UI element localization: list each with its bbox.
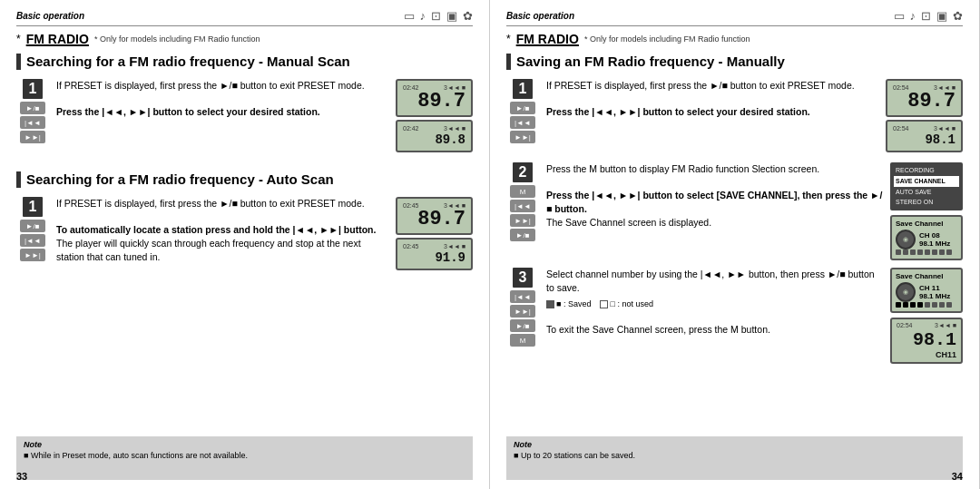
saving-heading: Saving an FM Radio frequency - Manually (506, 54, 963, 70)
settings-icon-r: ✿ (953, 9, 963, 23)
lcd2-status: 3◄◄ ■ (444, 125, 466, 132)
auto-prev-btn[interactable]: |◄◄ (20, 234, 45, 247)
ch-num1: CH 08 (919, 231, 950, 240)
note-right: Note Up to 20 stations can be saved. (506, 436, 963, 480)
saving-prev-btn[interactable]: |◄◄ (510, 116, 535, 129)
auto-lcd2: 02:45 3◄◄ ■ 91.9 (396, 238, 473, 270)
auto-step-num-1: 1 (23, 197, 43, 217)
manual-text2: Press the |◄◄, ►►| button to select your… (56, 106, 320, 117)
video-icon-r: ⊡ (921, 9, 931, 23)
music-icon: ♪ (420, 9, 426, 23)
note-left: Note While in Preset mode, auto scan fun… (16, 436, 473, 480)
saving-m-btn3[interactable]: M (510, 334, 535, 347)
saving-prev-btn2[interactable]: |◄◄ (510, 200, 535, 212)
not-used-label: □ : not used (600, 298, 652, 310)
ch-icon-row2: ◉ CH 11 98.1 MHz (896, 282, 957, 302)
dot2 (903, 249, 908, 255)
top-bar-left: Basic operation ▭ ♪ ⊡ ▣ ✿ (16, 9, 473, 26)
auto-play-pause-btn[interactable]: ►/■ (20, 220, 45, 232)
folder-icon-r: ▭ (894, 9, 905, 23)
dot1 (896, 249, 901, 255)
fm-star-right: * (506, 33, 511, 45)
note-title-left: Note (24, 440, 466, 449)
dot-a2 (903, 302, 908, 308)
manual-scan-section: Searching for a FM radio frequency - Man… (16, 54, 473, 162)
auto-lcd2-top: 02:45 3◄◄ ■ (403, 243, 466, 249)
saving-prev-btn3[interactable]: |◄◄ (510, 290, 535, 303)
manual-lcd2: 02:42 3◄◄ ■ 89.8 (396, 120, 473, 152)
step-num-1: 1 (23, 79, 43, 99)
step3-text2: To exit the Save Channel screen, press t… (546, 324, 770, 335)
settings-icon: ✿ (463, 9, 473, 23)
saving-lcd2-freq: 98.1 (893, 132, 956, 147)
btn-group-auto: ►/■ |◄◄ ►►| (20, 220, 45, 261)
dot-b4 (946, 302, 952, 308)
lcd2-time: 02:42 (403, 125, 419, 132)
next-btn[interactable]: ►►| (20, 131, 45, 143)
saving-play-btn[interactable]: ►/■ (510, 102, 535, 114)
ch11-lcd-time: 02:54 (897, 322, 913, 328)
saving-step3-right: Save Channel ◉ CH 11 98.1 MHz (890, 268, 963, 364)
saving-lcd1-freq: 89.7 (893, 92, 956, 112)
fm-title-left: * FM RADIO * Only for models including F… (16, 32, 473, 46)
saving-next-btn[interactable]: ►►| (510, 131, 535, 143)
fm-only-right: * Only for models including FM Radio fun… (584, 34, 750, 44)
slcd1-time: 02:54 (893, 84, 909, 91)
saving-m-btn[interactable]: M (510, 185, 535, 198)
auto-lcd1: 02:45 3◄◄ ■ 89.7 (396, 197, 473, 235)
basic-op-right: Basic operation (506, 11, 574, 21)
note-text-right: Up to 20 stations can be saved. (514, 451, 956, 460)
auto-step-content: If PRESET is displayed, first press the … (56, 197, 388, 263)
play-pause-btn[interactable]: ►/■ (20, 102, 45, 114)
page-num-33: 33 (16, 471, 27, 482)
saving-step3-left: 3 |◄◄ ►►| ►/■ M (506, 268, 539, 347)
music-icon-r: ♪ (910, 9, 916, 23)
prev-btn[interactable]: |◄◄ (20, 116, 45, 129)
auto-scan-heading: Searching for a FM radio frequency - Aut… (16, 171, 473, 188)
manual-lcd2-freq: 89.8 (403, 132, 466, 147)
saving-step3: 3 |◄◄ ►►| ►/■ M Select channel number by… (506, 268, 963, 364)
dot-a1 (896, 302, 901, 308)
dot-b1 (925, 302, 930, 308)
save-channel-display2: Save Channel ◉ CH 11 98.1 MHz (890, 268, 963, 313)
ch11-lcd-ch: CH11 (897, 350, 956, 359)
dot8 (946, 249, 952, 255)
dot5 (925, 249, 930, 255)
fm-radio-label-right: FM RADIO (516, 32, 579, 46)
ch-circle-icon2: ◉ (896, 282, 916, 302)
ch11-lcd: 02:54 3◄◄ ■ 98.1 CH11 (890, 318, 963, 364)
dot-a3 (910, 302, 916, 308)
dot-b2 (932, 302, 937, 308)
btn-group-manual: ►/■ |◄◄ ►►| (20, 102, 45, 143)
saving-next-btn3[interactable]: ►►| (510, 305, 535, 318)
manual-lcd1-freq: 89.7 (403, 92, 466, 112)
saving-play-btn3[interactable]: ►/■ (510, 319, 535, 332)
dot4 (917, 249, 923, 255)
auto-lcd1-time: 02:45 (403, 202, 419, 209)
saving-play-btn2[interactable]: ►/■ (510, 229, 535, 241)
step-left-auto: 1 ►/■ |◄◄ ►►| (16, 197, 49, 261)
ch11-lcd-status: 3◄◄ ■ (935, 322, 956, 328)
right-page: Basic operation ▭ ♪ ⊡ ▣ ✿ * FM RADIO * O… (490, 0, 980, 489)
saving-step-num-3: 3 (513, 268, 533, 288)
manual-step-right: 02:42 3◄◄ ■ 89.7 02:42 3◄◄ ■ 89.8 (396, 79, 473, 155)
fm-star-left: * (16, 33, 21, 45)
saving-lcd2: 02:54 3◄◄ ■ 98.1 (886, 120, 963, 152)
save-ch-title1: Save Channel (896, 220, 957, 228)
manual-text1: If PRESET is displayed, first press the … (56, 80, 365, 91)
saving-btn-group3: |◄◄ ►►| ►/■ M (510, 290, 535, 347)
step3-text1: Select channel number by using the |◄◄, … (546, 269, 875, 293)
fm-only-left: * Only for models including FM Radio fun… (94, 34, 260, 44)
slcd2-time: 02:54 (893, 125, 909, 132)
manual-lcd2-top: 02:42 3◄◄ ■ (403, 125, 466, 132)
manual-step-content: If PRESET is displayed, first press the … (56, 79, 388, 119)
step2-text1: Press the M button to display FM Radio f… (546, 163, 819, 174)
icons-row-right: ▭ ♪ ⊡ ▣ ✿ (894, 9, 964, 23)
saving-step2-content: Press the M button to display FM Radio f… (546, 162, 883, 229)
auto-next-btn[interactable]: ►►| (20, 249, 45, 261)
saving-next-btn2[interactable]: ►►| (510, 214, 535, 227)
auto-text1: If PRESET is displayed, first press the … (56, 198, 365, 209)
ch-circle-icon: ◉ (896, 230, 916, 249)
empty-sq (600, 300, 608, 308)
rec-save-channel: SAVE CHANNEL (894, 176, 959, 187)
